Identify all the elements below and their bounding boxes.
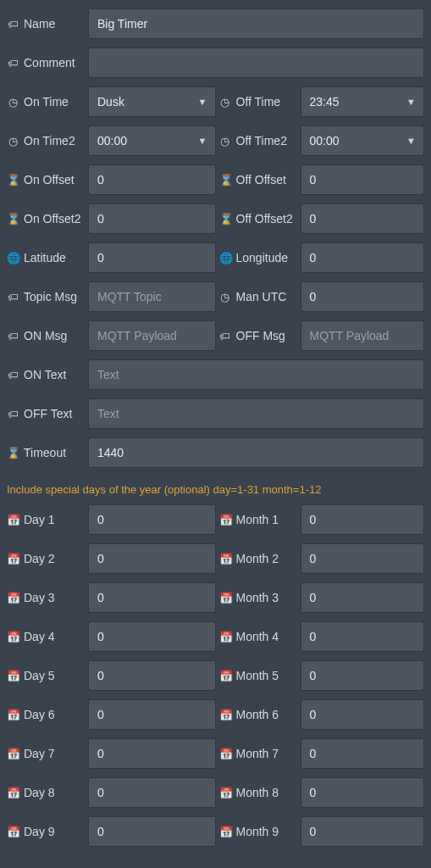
clock-icon: ◷ xyxy=(219,135,231,147)
month-5-label-text: Month 5 xyxy=(236,669,279,682)
off-msg-label: 🏷 OFF Msg xyxy=(219,329,301,342)
off-offset-label-text: Off Offset xyxy=(236,173,286,186)
day-2-input[interactable] xyxy=(88,543,216,574)
month-8-label-text: Month 8 xyxy=(236,786,279,799)
day-7-label: 📅Day 7 xyxy=(7,747,88,760)
timeout-label: ⌛ Timeout xyxy=(7,446,88,459)
tag-icon: 🏷 xyxy=(7,291,19,303)
day-1-label-text: Day 1 xyxy=(24,513,55,526)
on-text-input[interactable] xyxy=(88,359,424,390)
month-4-input[interactable] xyxy=(301,621,425,652)
comment-label-text: Comment xyxy=(24,56,75,70)
day-2-label-text: Day 2 xyxy=(24,552,55,565)
day-4-label-text: Day 4 xyxy=(24,630,55,643)
month-2-input[interactable] xyxy=(301,543,425,574)
latitude-label: 🌐 Latitude xyxy=(7,251,88,264)
calendar-icon: 📅 xyxy=(219,514,231,526)
globe-icon: 🌐 xyxy=(7,252,19,264)
calendar-icon: 📅 xyxy=(7,748,19,760)
day-5-label-text: Day 5 xyxy=(24,669,55,682)
off-time2-label-text: Off Time2 xyxy=(236,134,287,147)
month-7-input[interactable] xyxy=(301,738,425,769)
month-5-label: 📅Month 5 xyxy=(219,669,301,682)
timeout-input[interactable] xyxy=(88,437,424,468)
comment-label: 🏷 Comment xyxy=(7,56,88,70)
hourglass-icon: ⌛ xyxy=(7,174,19,186)
topic-msg-label-text: Topic Msg xyxy=(24,290,77,303)
day-8-input[interactable] xyxy=(88,777,216,808)
month-6-input[interactable] xyxy=(301,699,425,730)
off-time-label: ◷ Off Time xyxy=(219,95,301,108)
month-3-input[interactable] xyxy=(301,582,425,613)
day-1-input[interactable] xyxy=(88,504,216,535)
off-text-input[interactable] xyxy=(88,398,424,429)
calendar-icon: 📅 xyxy=(7,631,19,643)
off-offset2-label: ⌛ Off Offset2 xyxy=(219,212,301,225)
on-time2-label: ◷ On Time2 xyxy=(7,134,88,147)
man-utc-label: ◷ Man UTC xyxy=(219,290,301,303)
month-5-input[interactable] xyxy=(301,660,425,691)
clock-icon: ◷ xyxy=(219,291,231,303)
tag-icon: 🏷 xyxy=(7,18,19,31)
comment-input[interactable] xyxy=(88,47,424,78)
hourglass-icon: ⌛ xyxy=(219,174,231,186)
month-8-input[interactable] xyxy=(301,777,425,808)
day-4-label: 📅Day 4 xyxy=(7,630,88,643)
off-offset2-input[interactable] xyxy=(301,203,425,234)
calendar-icon: 📅 xyxy=(219,826,231,838)
calendar-icon: 📅 xyxy=(219,553,231,565)
day-4-input[interactable] xyxy=(88,621,216,652)
calendar-icon: 📅 xyxy=(219,787,231,799)
off-offset-input[interactable] xyxy=(301,164,425,195)
day-7-input[interactable] xyxy=(88,738,216,769)
day-5-input[interactable] xyxy=(88,660,216,691)
off-offset2-label-text: Off Offset2 xyxy=(236,212,293,225)
on-offset-input[interactable] xyxy=(88,164,216,195)
calendar-icon: 📅 xyxy=(219,748,231,760)
clock-icon: ◷ xyxy=(7,96,19,108)
month-9-input[interactable] xyxy=(301,816,425,847)
day-6-input[interactable] xyxy=(88,699,216,730)
topic-msg-input[interactable] xyxy=(88,281,216,312)
on-time-label-text: On Time xyxy=(24,95,69,108)
day-7-label-text: Day 7 xyxy=(24,747,55,760)
hourglass-icon: ⌛ xyxy=(7,447,19,459)
day-5-label: 📅Day 5 xyxy=(7,669,88,682)
on-time-label: ◷ On Time xyxy=(7,95,88,108)
day-3-input[interactable] xyxy=(88,582,216,613)
latitude-input[interactable] xyxy=(88,242,216,273)
month-1-input[interactable] xyxy=(301,504,425,535)
name-input[interactable] xyxy=(88,8,424,39)
month-1-label-text: Month 1 xyxy=(236,513,279,526)
off-msg-label-text: OFF Msg xyxy=(236,329,285,342)
on-offset2-input[interactable] xyxy=(88,203,216,234)
on-offset2-label-text: On Offset2 xyxy=(24,212,80,225)
topic-msg-label: 🏷 Topic Msg xyxy=(7,290,88,303)
man-utc-input[interactable] xyxy=(301,281,425,312)
day-6-label-text: Day 6 xyxy=(24,708,55,721)
calendar-icon: 📅 xyxy=(219,631,231,643)
day-9-input[interactable] xyxy=(88,816,216,847)
month-3-label-text: Month 3 xyxy=(236,591,279,604)
on-msg-input[interactable] xyxy=(88,320,216,351)
day-9-label: 📅Day 9 xyxy=(7,825,88,838)
on-time2-select[interactable]: 00:00 xyxy=(88,125,216,156)
on-offset2-label: ⌛ On Offset2 xyxy=(7,212,88,225)
calendar-icon: 📅 xyxy=(7,826,19,838)
off-msg-input[interactable] xyxy=(301,320,425,351)
month-2-label-text: Month 2 xyxy=(236,552,279,565)
off-time2-select[interactable]: 00:00 xyxy=(301,125,425,156)
day-1-label: 📅Day 1 xyxy=(7,513,88,526)
longitude-input[interactable] xyxy=(301,242,425,273)
off-text-label-text: OFF Text xyxy=(24,407,72,420)
longitude-label: 🌐 Longitude xyxy=(219,251,301,264)
calendar-icon: 📅 xyxy=(219,709,231,721)
tag-icon: 🏷 xyxy=(7,330,19,342)
day-3-label-text: Day 3 xyxy=(24,591,55,604)
off-time-select[interactable]: 23:45 xyxy=(301,86,425,117)
on-time2-label-text: On Time2 xyxy=(24,134,75,147)
day-8-label-text: Day 8 xyxy=(24,786,55,799)
tag-icon: 🏷 xyxy=(7,369,19,381)
on-offset-label: ⌛ On Offset xyxy=(7,173,88,186)
on-time-select[interactable]: Dusk xyxy=(88,86,216,117)
